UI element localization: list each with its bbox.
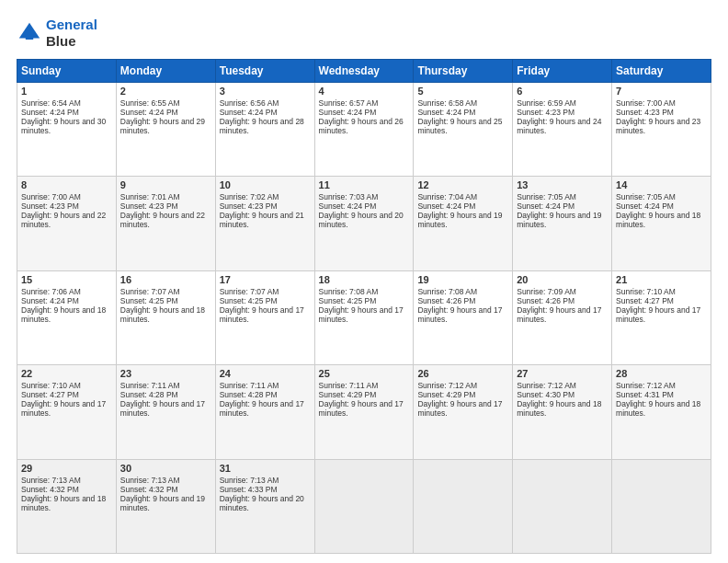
day-number: 1	[21, 86, 112, 97]
day-number: 29	[21, 463, 112, 474]
daylight-text: Daylight: 9 hours and 18 minutes.	[21, 494, 106, 512]
sunrise-text: Sunrise: 6:57 AM	[319, 98, 379, 108]
sunset-text: Sunset: 4:25 PM	[120, 296, 178, 305]
sunset-text: Sunset: 4:26 PM	[417, 296, 475, 305]
daylight-text: Daylight: 9 hours and 19 minutes.	[517, 211, 601, 229]
day-number: 17	[220, 274, 311, 285]
day-number: 2	[120, 86, 211, 97]
sunrise-text: Sunrise: 7:13 AM	[120, 476, 180, 485]
calendar-cell: 18Sunrise: 7:08 AMSunset: 4:25 PMDayligh…	[314, 270, 414, 364]
day-number: 16	[120, 274, 211, 285]
sunrise-text: Sunrise: 7:11 AM	[220, 381, 279, 390]
sunrise-text: Sunrise: 7:12 AM	[417, 381, 477, 390]
daylight-text: Daylight: 9 hours and 17 minutes.	[319, 305, 404, 324]
calendar-cell: 11Sunrise: 7:03 AMSunset: 4:24 PMDayligh…	[314, 177, 414, 270]
sunrise-text: Sunrise: 6:59 AM	[517, 98, 576, 108]
daylight-text: Daylight: 9 hours and 21 minutes.	[220, 211, 304, 229]
daylight-text: Daylight: 9 hours and 30 minutes.	[21, 117, 106, 135]
sunset-text: Sunset: 4:23 PM	[517, 108, 574, 117]
sunset-text: Sunset: 4:24 PM	[417, 108, 475, 117]
day-number: 28	[616, 368, 707, 379]
sunrise-text: Sunrise: 7:05 AM	[616, 192, 676, 201]
sunrise-text: Sunrise: 7:08 AM	[319, 287, 379, 296]
calendar-week-row: 15Sunrise: 7:06 AMSunset: 4:24 PMDayligh…	[17, 270, 711, 364]
day-header: Tuesday	[215, 60, 314, 83]
sunset-text: Sunset: 4:28 PM	[120, 390, 178, 399]
day-number: 13	[517, 179, 608, 190]
calendar-cell: 24Sunrise: 7:11 AMSunset: 4:28 PMDayligh…	[215, 365, 314, 459]
sunset-text: Sunset: 4:23 PM	[120, 201, 178, 211]
day-number: 18	[319, 274, 410, 285]
calendar-cell	[314, 459, 414, 553]
day-number: 15	[21, 274, 112, 285]
sunset-text: Sunset: 4:24 PM	[120, 108, 178, 117]
calendar-cell: 16Sunrise: 7:07 AMSunset: 4:25 PMDayligh…	[116, 270, 215, 364]
sunrise-text: Sunrise: 7:01 AM	[120, 192, 180, 201]
day-number: 4	[319, 86, 410, 97]
calendar-cell: 1Sunrise: 6:54 AMSunset: 4:24 PMDaylight…	[17, 83, 117, 177]
sunrise-text: Sunrise: 7:11 AM	[120, 381, 180, 390]
logo-icon	[17, 20, 42, 46]
sunset-text: Sunset: 4:24 PM	[319, 201, 377, 211]
day-number: 25	[319, 368, 410, 379]
calendar-cell: 20Sunrise: 7:09 AMSunset: 4:26 PMDayligh…	[513, 270, 612, 364]
calendar-week-row: 29Sunrise: 7:13 AMSunset: 4:32 PMDayligh…	[17, 459, 711, 553]
calendar-cell: 23Sunrise: 7:11 AMSunset: 4:28 PMDayligh…	[116, 365, 215, 459]
day-number: 23	[120, 368, 211, 379]
sunset-text: Sunset: 4:29 PM	[319, 390, 377, 399]
daylight-text: Daylight: 9 hours and 22 minutes.	[120, 211, 205, 229]
svg-rect-1	[26, 34, 33, 40]
calendar-cell: 27Sunrise: 7:12 AMSunset: 4:30 PMDayligh…	[513, 365, 612, 459]
daylight-text: Daylight: 9 hours and 28 minutes.	[220, 117, 304, 135]
sunrise-text: Sunrise: 7:10 AM	[616, 287, 676, 296]
daylight-text: Daylight: 9 hours and 29 minutes.	[120, 117, 205, 135]
day-number: 9	[120, 179, 211, 190]
calendar-cell: 30Sunrise: 7:13 AMSunset: 4:32 PMDayligh…	[116, 459, 215, 553]
sunset-text: Sunset: 4:25 PM	[319, 296, 377, 305]
sunrise-text: Sunrise: 7:07 AM	[120, 287, 180, 296]
calendar-cell: 4Sunrise: 6:57 AMSunset: 4:24 PMDaylight…	[314, 83, 414, 177]
daylight-text: Daylight: 9 hours and 18 minutes.	[120, 305, 205, 324]
sunrise-text: Sunrise: 7:02 AM	[220, 192, 279, 201]
day-number: 26	[417, 368, 508, 379]
calendar-cell: 31Sunrise: 7:13 AMSunset: 4:33 PMDayligh…	[215, 459, 314, 553]
sunset-text: Sunset: 4:28 PM	[220, 390, 278, 399]
sunset-text: Sunset: 4:25 PM	[220, 296, 278, 305]
calendar-header-row: SundayMondayTuesdayWednesdayThursdayFrid…	[17, 60, 711, 83]
sunrise-text: Sunrise: 7:12 AM	[616, 381, 676, 390]
day-number: 5	[417, 86, 508, 97]
calendar-cell	[414, 459, 513, 553]
day-number: 3	[220, 86, 311, 97]
daylight-text: Daylight: 9 hours and 17 minutes.	[517, 305, 601, 324]
calendar-cell: 17Sunrise: 7:07 AMSunset: 4:25 PMDayligh…	[215, 270, 314, 364]
calendar-cell: 9Sunrise: 7:01 AMSunset: 4:23 PMDaylight…	[116, 177, 215, 270]
daylight-text: Daylight: 9 hours and 18 minutes.	[517, 399, 601, 418]
calendar-body: 1Sunrise: 6:54 AMSunset: 4:24 PMDaylight…	[17, 83, 711, 554]
daylight-text: Daylight: 9 hours and 18 minutes.	[616, 399, 700, 418]
sunrise-text: Sunrise: 7:13 AM	[21, 476, 81, 485]
sunset-text: Sunset: 4:32 PM	[120, 485, 178, 494]
calendar-cell	[612, 459, 711, 553]
header: General Blue	[17, 17, 711, 50]
daylight-text: Daylight: 9 hours and 20 minutes.	[220, 494, 304, 512]
sunset-text: Sunset: 4:30 PM	[517, 390, 574, 399]
sunset-text: Sunset: 4:27 PM	[616, 296, 674, 305]
daylight-text: Daylight: 9 hours and 17 minutes.	[616, 305, 700, 324]
logo: General Blue	[17, 17, 97, 50]
sunrise-text: Sunrise: 7:11 AM	[319, 381, 379, 390]
calendar-cell: 13Sunrise: 7:05 AMSunset: 4:24 PMDayligh…	[513, 177, 612, 270]
calendar-week-row: 22Sunrise: 7:10 AMSunset: 4:27 PMDayligh…	[17, 365, 711, 459]
sunset-text: Sunset: 4:24 PM	[319, 108, 377, 117]
daylight-text: Daylight: 9 hours and 17 minutes.	[21, 399, 106, 418]
sunrise-text: Sunrise: 7:00 AM	[616, 98, 676, 108]
sunset-text: Sunset: 4:31 PM	[616, 390, 674, 399]
sunset-text: Sunset: 4:23 PM	[220, 201, 278, 211]
sunrise-text: Sunrise: 7:03 AM	[319, 192, 379, 201]
daylight-text: Daylight: 9 hours and 20 minutes.	[319, 211, 404, 229]
sunrise-text: Sunrise: 6:56 AM	[220, 98, 279, 108]
daylight-text: Daylight: 9 hours and 19 minutes.	[417, 211, 502, 229]
calendar-week-row: 8Sunrise: 7:00 AMSunset: 4:23 PMDaylight…	[17, 177, 711, 270]
day-number: 24	[220, 368, 311, 379]
day-number: 10	[220, 179, 311, 190]
sunrise-text: Sunrise: 7:08 AM	[417, 287, 477, 296]
